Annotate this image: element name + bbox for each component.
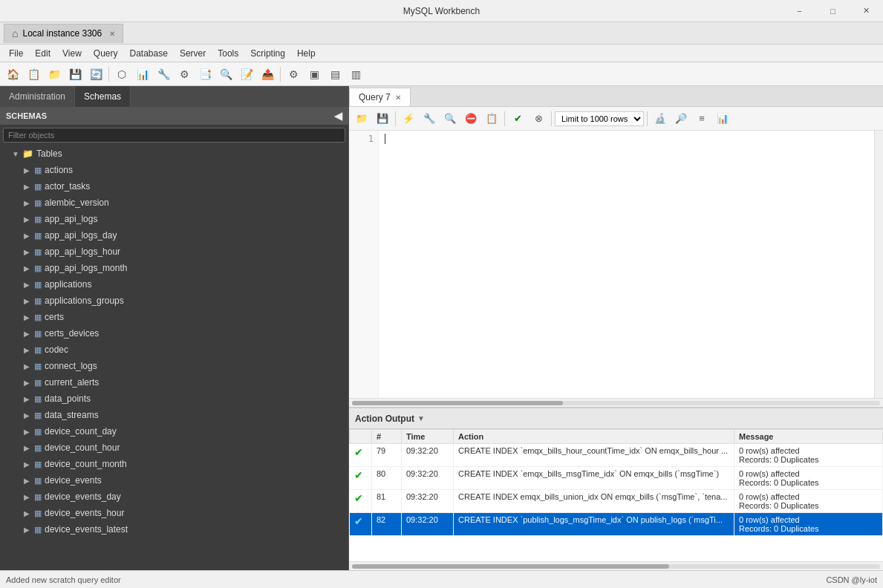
maximize-button[interactable]: □ <box>816 0 850 22</box>
tree-container: ▼ 📁 Tables ▶ ▦ actions▶ ▦ actor_tasks▶ ▦… <box>0 146 348 570</box>
instance-tab[interactable]: ⌂ Local instance 3306 ✕ <box>4 24 123 43</box>
table-item[interactable]: ▶ ▦ app_api_logs <box>0 211 348 227</box>
toolbar-btn-13[interactable]: 📤 <box>258 65 277 84</box>
query-tab-7[interactable]: Query 7 ✕ <box>349 88 411 106</box>
table-row[interactable]: ✔ 80 09:32:20 CREATE INDEX `emqx_bills_m… <box>350 467 883 490</box>
status-ok-icon: ✔ <box>354 446 363 458</box>
table-item[interactable]: ▶ ▦ certs_devices <box>0 325 348 342</box>
filter-input[interactable] <box>3 128 345 143</box>
editor-vertical-scrollbar[interactable] <box>874 131 883 398</box>
table-item[interactable]: ▶ ▦ device_events_latest <box>0 521 348 538</box>
layout-btn-3[interactable]: ▥ <box>346 65 365 84</box>
toolbar-btn-7[interactable]: 📊 <box>133 65 152 84</box>
table-item[interactable]: ▶ ▦ actor_tasks <box>0 178 348 195</box>
tables-node[interactable]: ▼ 📁 Tables <box>0 146 348 162</box>
q-inspect-btn[interactable]: 🔬 <box>651 110 670 128</box>
table-item[interactable]: ▶ ▦ certs <box>0 309 348 325</box>
editor-area: 1 <box>349 131 883 398</box>
schemas-header: SCHEMAS ◀ <box>0 107 348 125</box>
table-item[interactable]: ▶ ▦ device_count_day <box>0 423 348 440</box>
tab-schemas[interactable]: Schemas <box>75 86 131 107</box>
editor-h-scrollbar[interactable] <box>349 398 883 407</box>
menu-query[interactable]: Query <box>88 47 124 60</box>
table-item[interactable]: ▶ ▦ applications_groups <box>0 293 348 309</box>
editor-content-area[interactable] <box>379 131 874 398</box>
table-icon: ▦ <box>34 198 42 208</box>
layout-btn-2[interactable]: ▤ <box>325 65 345 84</box>
settings-icon[interactable]: ⚙ <box>284 65 303 84</box>
status-ok-icon: ✔ <box>354 492 363 504</box>
table-item[interactable]: ▶ ▦ device_events <box>0 472 348 489</box>
col-message: Message <box>734 430 883 444</box>
instance-tab-close[interactable]: ✕ <box>109 30 115 38</box>
q-find-btn[interactable]: 🔍 <box>440 110 460 128</box>
table-item[interactable]: ▶ ▦ connect_logs <box>0 358 348 374</box>
close-button[interactable]: ✕ <box>850 0 883 22</box>
q-copy-btn[interactable]: 📋 <box>482 110 501 128</box>
table-row[interactable]: ✔ 82 09:32:20 CREATE INDEX `publish_logs… <box>350 513 883 536</box>
table-item[interactable]: ▶ ▦ codec <box>0 342 348 358</box>
tab-bar: ⌂ Local instance 3306 ✕ <box>0 22 883 45</box>
output-table-container: # Time Action Message ✔ 79 09:32:20 CREA… <box>349 429 883 561</box>
toolbar-btn-5[interactable]: 🔄 <box>86 65 105 84</box>
toolbar-btn-11[interactable]: 🔍 <box>216 65 235 84</box>
q-rollback-btn[interactable]: ⊗ <box>529 110 548 128</box>
table-arrow: ▶ <box>24 166 33 174</box>
q-execute-btn[interactable]: ⚡ <box>399 110 418 128</box>
toolbar-btn-12[interactable]: 📝 <box>237 65 256 84</box>
table-item[interactable]: ▶ ▦ applications <box>0 276 348 293</box>
q-chart-btn[interactable]: 📊 <box>713 110 732 128</box>
row-message: 0 row(s) affected Records: 0 Duplicates <box>734 467 883 490</box>
menu-server[interactable]: Server <box>174 47 212 60</box>
table-arrow: ▶ <box>24 313 33 321</box>
row-time: 09:32:20 <box>402 513 454 536</box>
toolbar-btn-1[interactable]: 🏠 <box>3 65 22 84</box>
toolbar-btn-2[interactable]: 📋 <box>24 65 43 84</box>
table-item[interactable]: ▶ ▦ app_api_logs_month <box>0 260 348 276</box>
toolbar-btn-8[interactable]: 🔧 <box>154 65 173 84</box>
q-commit-btn[interactable]: ✔ <box>508 110 527 128</box>
menu-edit[interactable]: Edit <box>29 47 56 60</box>
row-num: 82 <box>372 513 402 536</box>
toolbar-btn-9[interactable]: ⚙ <box>175 65 194 84</box>
table-item[interactable]: ▶ ▦ app_api_logs_hour <box>0 244 348 260</box>
table-item[interactable]: ▶ ▦ device_count_hour <box>0 440 348 456</box>
q-open-btn[interactable]: 📁 <box>352 110 371 128</box>
table-row[interactable]: ✔ 81 09:32:20 CREATE INDEX emqx_bills_un… <box>350 490 883 513</box>
table-row[interactable]: ✔ 79 09:32:20 CREATE INDEX `emqx_bills_h… <box>350 444 883 467</box>
limit-select[interactable]: Limit to 1000 rows Limit to 500 rows Don… <box>555 111 644 126</box>
table-item[interactable]: ▶ ▦ data_points <box>0 391 348 407</box>
table-item[interactable]: ▶ ▦ data_streams <box>0 407 348 423</box>
q-explain-btn[interactable]: 🔧 <box>420 110 439 128</box>
table-item[interactable]: ▶ ▦ current_alerts <box>0 374 348 391</box>
menu-database[interactable]: Database <box>124 47 174 60</box>
q-stop-btn[interactable]: ⛔ <box>461 110 480 128</box>
toolbar-btn-6[interactable]: ⬡ <box>112 65 131 84</box>
table-arrow: ▶ <box>24 460 33 468</box>
tab-administration[interactable]: Administration <box>0 86 75 107</box>
q-format-btn[interactable]: ≡ <box>692 110 711 128</box>
table-item[interactable]: ▶ ▦ device_count_month <box>0 456 348 472</box>
toolbar-btn-4[interactable]: 💾 <box>65 65 85 84</box>
menu-file[interactable]: File <box>3 47 29 60</box>
table-item[interactable]: ▶ ▦ device_events_hour <box>0 505 348 521</box>
menu-help[interactable]: Help <box>291 47 322 60</box>
minimize-button[interactable]: − <box>783 0 816 22</box>
schemas-expand-icon[interactable]: ◀ <box>334 110 342 122</box>
row-message: 0 row(s) affected Records: 0 Duplicates <box>734 513 883 536</box>
output-h-scrollbar[interactable] <box>349 561 883 570</box>
q-save-btn[interactable]: 💾 <box>373 110 392 128</box>
table-item[interactable]: ▶ ▦ alembic_version <box>0 195 348 211</box>
toolbar-btn-10[interactable]: 📑 <box>195 65 215 84</box>
table-item[interactable]: ▶ ▦ app_api_logs_day <box>0 227 348 244</box>
table-item[interactable]: ▶ ▦ device_events_day <box>0 489 348 505</box>
q-search-btn[interactable]: 🔎 <box>671 110 691 128</box>
menu-scripting[interactable]: Scripting <box>244 47 291 60</box>
action-output-dropdown[interactable]: ▼ <box>417 414 425 422</box>
query-tab-close[interactable]: ✕ <box>395 94 401 102</box>
toolbar-btn-3[interactable]: 📁 <box>45 65 64 84</box>
table-item[interactable]: ▶ ▦ actions <box>0 162 348 178</box>
menu-tools[interactable]: Tools <box>212 47 244 60</box>
layout-btn-1[interactable]: ▣ <box>304 65 324 84</box>
menu-view[interactable]: View <box>56 47 88 60</box>
